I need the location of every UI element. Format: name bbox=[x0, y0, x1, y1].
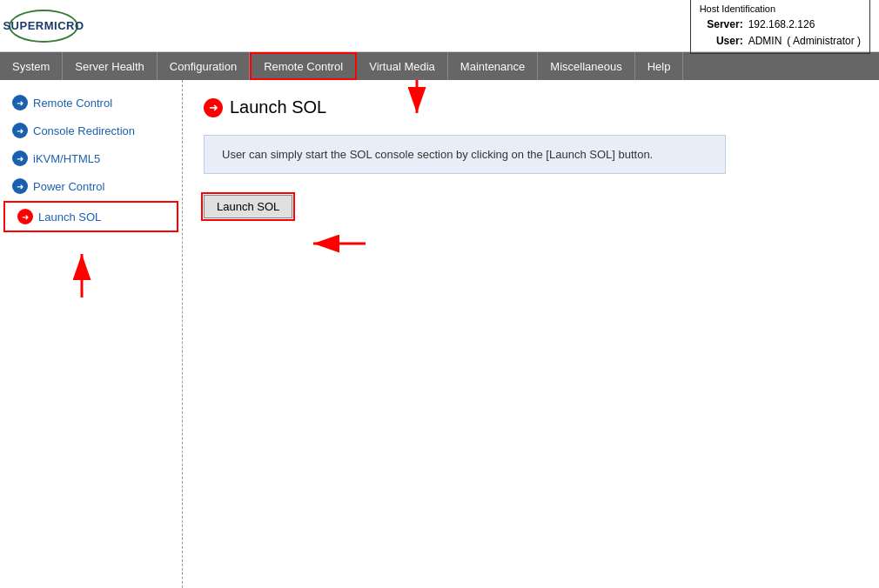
main: Remote Control Console Redirection iKVM/… bbox=[0, 80, 879, 588]
nav-virtual-media[interactable]: Virtual Media bbox=[357, 52, 448, 80]
ikvm-icon bbox=[12, 150, 28, 166]
console-redirection-icon bbox=[12, 123, 28, 138]
sidebar-item-launch-sol[interactable]: Launch SOL bbox=[3, 201, 178, 232]
sidebar-item-console-redirection[interactable]: Console Redirection bbox=[0, 117, 182, 144]
nav-configuration[interactable]: Configuration bbox=[158, 52, 250, 80]
sidebar-ikvm-label: iKVM/HTML5 bbox=[33, 152, 100, 165]
content-area: Launch SOL User can simply start the SOL… bbox=[183, 80, 879, 588]
logo-area: SUPERMICRO bbox=[9, 10, 78, 43]
nav-remote-control[interactable]: Remote Control bbox=[250, 52, 357, 80]
sidebar: Remote Control Console Redirection iKVM/… bbox=[0, 80, 183, 588]
server-label: Server: bbox=[700, 17, 743, 33]
server-value: 192.168.2.126 bbox=[748, 17, 815, 33]
launch-sol-button[interactable]: Launch SOL bbox=[204, 195, 292, 218]
nav-system[interactable]: System bbox=[0, 52, 63, 80]
nav-miscellaneous[interactable]: Miscellaneous bbox=[538, 52, 634, 80]
sidebar-power-control-label: Power Control bbox=[33, 180, 104, 193]
power-control-icon bbox=[12, 178, 28, 194]
user-value: ADMIN bbox=[748, 33, 782, 50]
sidebar-item-ikvm[interactable]: iKVM/HTML5 bbox=[0, 144, 182, 172]
logo: SUPERMICRO bbox=[9, 10, 78, 43]
sidebar-item-power-control[interactable]: Power Control bbox=[0, 172, 182, 200]
info-text: User can simply start the SOL console se… bbox=[222, 148, 653, 161]
sidebar-remote-control-label: Remote Control bbox=[33, 97, 112, 110]
launch-sol-icon bbox=[17, 209, 33, 224]
sidebar-item-remote-control[interactable]: Remote Control bbox=[0, 89, 182, 117]
page-title-icon bbox=[204, 98, 223, 117]
navbar: System Server Health Configuration Remot… bbox=[0, 52, 879, 80]
user-label: User: bbox=[700, 33, 743, 50]
nav-maintenance[interactable]: Maintenance bbox=[448, 52, 538, 80]
nav-help[interactable]: Help bbox=[635, 52, 684, 80]
host-identification-title: Host Identification bbox=[700, 2, 861, 17]
sidebar-console-redirection-label: Console Redirection bbox=[33, 124, 135, 137]
logo-text: SUPERMICRO bbox=[3, 19, 84, 32]
page-title-text: Launch SOL bbox=[230, 97, 326, 117]
server-row: Server: 192.168.2.126 bbox=[700, 17, 861, 33]
user-role: ( Administrator ) bbox=[787, 33, 861, 50]
nav-server-health[interactable]: Server Health bbox=[63, 52, 157, 80]
page-title: Launch SOL bbox=[204, 97, 858, 117]
user-row: User: ADMIN ( Administrator ) bbox=[700, 33, 861, 50]
sidebar-launch-sol-label: Launch SOL bbox=[38, 210, 101, 224]
header: SUPERMICRO Host Identification Server: 1… bbox=[0, 0, 879, 52]
remote-control-icon bbox=[12, 95, 28, 110]
info-box: User can simply start the SOL console se… bbox=[204, 135, 726, 174]
host-info: Host Identification Server: 192.168.2.12… bbox=[690, 0, 870, 54]
